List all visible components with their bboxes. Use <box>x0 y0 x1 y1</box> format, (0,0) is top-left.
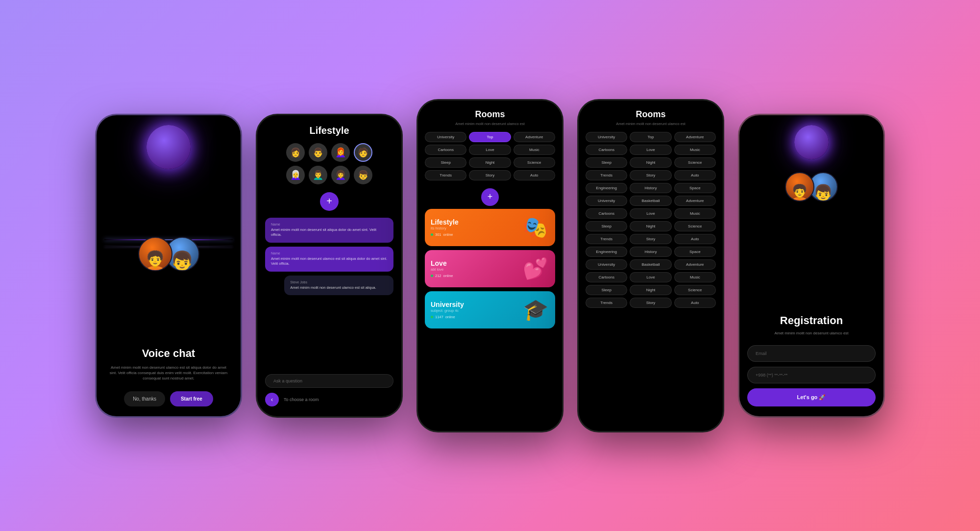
tag2-night[interactable]: Night <box>630 157 671 168</box>
back-button[interactable]: ‹ <box>265 393 279 406</box>
rooms1-desc: Amet minim molit non deserunt ulamco est <box>425 122 555 126</box>
user-avatar-4[interactable]: 🧑 <box>354 143 372 162</box>
tag2-engineering[interactable]: Engineering <box>586 183 627 193</box>
reg-orb <box>794 125 829 159</box>
bubble-sender-3: Steve Jobs <box>290 280 388 284</box>
email-input[interactable]: Email <box>747 345 876 362</box>
tag2-cartoons3[interactable]: Cartoons <box>586 272 627 282</box>
bubble-sender-2: Name <box>271 252 388 255</box>
rooms1-title: Rooms <box>425 109 555 120</box>
user-avatar-8[interactable]: 👦 <box>354 166 372 184</box>
user-avatar-6[interactable]: 👨‍🦱 <box>309 166 327 184</box>
no-thanks-button[interactable]: No, thanks <box>124 391 165 406</box>
tag-music[interactable]: Music <box>514 145 555 155</box>
tag2-story2[interactable]: Story <box>630 234 671 244</box>
tag2-night3[interactable]: Night <box>630 285 671 295</box>
room-card-lifestyle-body: Lifestyle its history 301 online <box>425 209 516 246</box>
tag2-trends2[interactable]: Trends <box>586 234 627 244</box>
reg-avatar-girl: 🧑‍🦱 <box>785 172 814 202</box>
tag2-story[interactable]: Story <box>630 170 671 180</box>
tag2-basketball[interactable]: Basketball <box>630 196 671 206</box>
tag2-space[interactable]: Space <box>674 183 716 193</box>
ask-placeholder: Ask a question <box>273 379 302 383</box>
tag2-music[interactable]: Music <box>674 145 716 155</box>
tag2-love2[interactable]: Love <box>630 208 671 219</box>
user-avatar-1[interactable]: 👩 <box>286 143 305 162</box>
tag-love[interactable]: Love <box>469 145 511 155</box>
online-count: 301 <box>435 232 441 237</box>
online-label: online <box>443 232 453 237</box>
room-love-name: Love <box>431 259 510 267</box>
tag2-music2[interactable]: Music <box>674 208 716 219</box>
tag2-music3[interactable]: Music <box>674 272 716 282</box>
tag2-top[interactable]: Top <box>630 132 671 142</box>
tag2-auto[interactable]: Auto <box>674 170 716 180</box>
reg-desc: Amet minim molit non deserunt ulamco est <box>774 331 848 335</box>
tag2-science2[interactable]: Science <box>674 221 716 231</box>
room-card-lifestyle[interactable]: Lifestyle its history 301 online 🎭 <box>425 209 555 246</box>
screen-voice-chat: 🧑‍🦱 👦 Voice chat Amet minim molit non de… <box>95 114 242 418</box>
tag-sleep[interactable]: Sleep <box>425 157 466 168</box>
tag2-sleep2[interactable]: Sleep <box>586 221 627 231</box>
tag2-space2[interactable]: Space <box>674 247 716 257</box>
tag2-story3[interactable]: Story <box>630 298 671 308</box>
tag-auto[interactable]: Auto <box>514 170 555 180</box>
tag2-night2[interactable]: Night <box>630 221 671 231</box>
tag2-sleep3[interactable]: Sleep <box>586 285 627 295</box>
tag2-university3[interactable]: University <box>586 259 627 270</box>
room-card-love[interactable]: Love abt love 212 online 💕 <box>425 250 555 287</box>
tag2-engineering2[interactable]: Engineering <box>586 247 627 257</box>
tag2-adventure[interactable]: Adventure <box>674 132 716 142</box>
room-university-name: University <box>431 301 510 308</box>
tag2-cartoons[interactable]: Cartoons <box>586 145 627 155</box>
tag2-science[interactable]: Science <box>674 157 716 168</box>
lets-go-button[interactable]: Let's go 🚀 <box>747 388 876 406</box>
voice-chat-top: 🧑‍🦱 👦 <box>104 125 233 271</box>
tag-story[interactable]: Story <box>469 170 511 180</box>
tag2-university2[interactable]: University <box>586 196 627 206</box>
tag2-adventure3[interactable]: Adventure <box>674 259 716 270</box>
voice-chat-title: Voice chat <box>142 347 195 360</box>
tag-night[interactable]: Night <box>469 157 511 168</box>
room-love-sub: abt love <box>431 267 510 272</box>
tag2-science3[interactable]: Science <box>674 285 716 295</box>
add-room-button[interactable]: + <box>481 188 499 206</box>
room-lifestyle-online: 301 online <box>431 232 510 237</box>
tag-university[interactable]: University <box>425 132 466 142</box>
room-card-university-body: University subject: group 4c 1147 online <box>425 291 516 329</box>
start-free-button[interactable]: Start free <box>170 391 213 406</box>
ask-question-input[interactable]: Ask a question <box>265 374 393 388</box>
add-user-button[interactable]: + <box>320 192 339 211</box>
tag2-love3[interactable]: Love <box>630 272 671 282</box>
glowing-orb <box>147 125 191 169</box>
tag-trends[interactable]: Trends <box>425 170 466 180</box>
tag2-auto2[interactable]: Auto <box>674 234 716 244</box>
tag2-university[interactable]: University <box>586 132 627 142</box>
avatar-row-2: 👩‍🦳 👨‍🦱 👩‍🦱 👦 <box>265 166 393 184</box>
tag-top[interactable]: Top <box>469 132 511 142</box>
tag2-adventure2[interactable]: Adventure <box>674 196 716 206</box>
tag2-auto3[interactable]: Auto <box>674 298 716 308</box>
tag2-cartoons2[interactable]: Cartoons <box>586 208 627 219</box>
tag2-history2[interactable]: History <box>630 247 671 257</box>
tag2-basketball2[interactable]: Basketball <box>630 259 671 270</box>
tag-adventure[interactable]: Adventure <box>514 132 555 142</box>
user-avatar-3[interactable]: 👩‍🦰 <box>331 143 350 162</box>
tag2-trends[interactable]: Trends <box>586 170 627 180</box>
tag2-sleep[interactable]: Sleep <box>586 157 627 168</box>
online-dot-2 <box>431 275 433 277</box>
online-count-3: 1147 <box>435 315 443 319</box>
tag2-history[interactable]: History <box>630 183 671 193</box>
tag2-trends3[interactable]: Trends <box>586 298 627 308</box>
user-avatar-5[interactable]: 👩‍🦳 <box>286 166 305 184</box>
room-lifestyle-img: 🎭 <box>516 209 555 246</box>
user-avatar-2[interactable]: 👨 <box>309 143 327 162</box>
rooms2-tags: University Top Adventure Cartoons Love M… <box>586 132 716 308</box>
user-avatar-7[interactable]: 👩‍🦱 <box>331 166 350 184</box>
online-count-2: 212 <box>435 274 441 278</box>
tag-cartoons[interactable]: Cartoons <box>425 145 466 155</box>
tag-science[interactable]: Science <box>514 157 555 168</box>
room-card-university[interactable]: University subject: group 4c 1147 online… <box>425 291 555 329</box>
tag2-love[interactable]: Love <box>630 145 671 155</box>
phone-input[interactable]: +998 (**) **-**-** <box>747 367 876 383</box>
